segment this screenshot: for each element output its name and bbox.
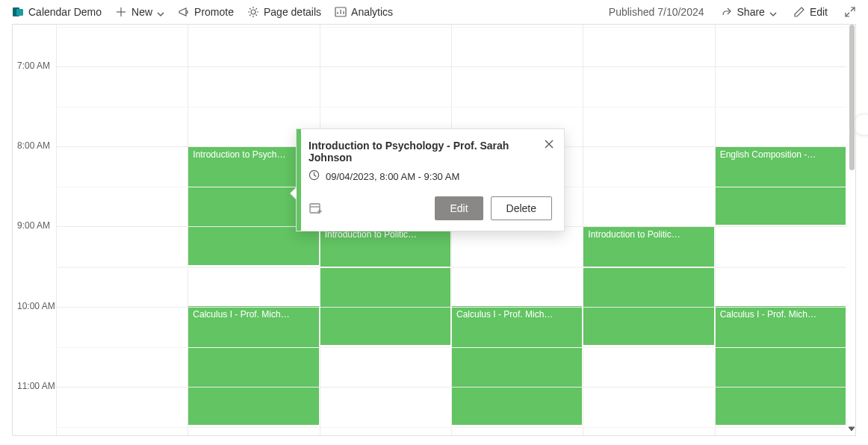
page-title: Calendar Demo [28, 6, 102, 18]
published-status: Published 7/10/2024 [603, 3, 710, 21]
time-hour-label: 8:00 AM [17, 140, 58, 151]
new-button[interactable]: New [109, 3, 170, 21]
chevron-down-icon [157, 8, 164, 16]
pencil-icon [793, 6, 805, 18]
calendar-event[interactable]: Calculus I - Prof. Mich… [716, 306, 846, 425]
popup-time-text: 09/04/2023, 8:00 AM - 9:30 AM [326, 171, 459, 182]
halfhour-gridline [56, 347, 846, 348]
calendar-frame: Introduction to Psych…Calculus I - Prof.… [12, 24, 856, 436]
analytics-button[interactable]: Analytics [329, 3, 399, 21]
popup-event-time: 09/04/2023, 8:00 AM - 9:30 AM [309, 169, 552, 183]
halfhour-gridline [56, 427, 846, 428]
plus-icon [115, 6, 127, 18]
svg-point-4 [251, 10, 255, 14]
day-column[interactable]: Introduction to Politic… [583, 25, 714, 435]
calendar-event[interactable]: English Composition -… [716, 146, 846, 225]
popup-event-title: Introduction to Psychology - Prof. Sarah… [309, 140, 552, 164]
promote-label: Promote [194, 6, 234, 18]
time-hour-label: 10:00 AM [17, 301, 58, 311]
event-details-popup: Introduction to Psychology - Prof. Sarah… [296, 128, 565, 231]
svg-line-10 [846, 13, 849, 16]
megaphone-icon [178, 6, 190, 18]
clock-icon [309, 169, 320, 183]
bar-chart-icon [335, 6, 347, 18]
new-label: New [131, 6, 152, 18]
popup-edit-button[interactable]: Edit [435, 196, 483, 220]
edit-label: Edit [810, 6, 828, 18]
calendar-event[interactable]: Introduction to Politic… [583, 226, 713, 345]
app-brand-icon [12, 6, 24, 18]
share-button[interactable]: Share [715, 3, 783, 21]
analytics-label: Analytics [351, 6, 393, 18]
expand-icon [844, 6, 856, 18]
day-column[interactable]: English Composition -…Calculus I - Prof.… [715, 25, 846, 435]
hour-gridline [56, 66, 846, 67]
top-toolbar: Calendar Demo New Promote Page details [0, 0, 868, 24]
share-icon [721, 6, 733, 18]
halfhour-gridline [56, 27, 846, 28]
day-column[interactable] [56, 25, 187, 435]
hour-gridline [56, 387, 846, 388]
edit-button[interactable]: Edit [787, 3, 834, 21]
calendar-event[interactable]: Introduction to Politic… [320, 226, 450, 345]
time-hour-label: 9:00 AM [17, 220, 58, 231]
page-details-label: Page details [264, 6, 321, 18]
gear-icon [247, 6, 259, 18]
hour-gridline [56, 307, 846, 308]
vertical-scrollbar[interactable] [848, 25, 855, 423]
popup-pointer [291, 187, 297, 199]
add-to-calendar-icon[interactable] [309, 202, 322, 215]
popup-accent-bar [297, 129, 301, 231]
halfhour-gridline [56, 267, 846, 268]
svg-rect-1 [16, 9, 23, 16]
expand-button[interactable] [838, 3, 862, 21]
promote-button[interactable]: Promote [172, 3, 240, 21]
time-hour-label: 7:00 AM [17, 60, 58, 71]
popup-delete-button[interactable]: Delete [491, 196, 552, 220]
halfhour-gridline [56, 107, 846, 108]
svg-marker-11 [849, 427, 855, 431]
chevron-down-icon [769, 8, 777, 16]
scrollbar-thumb[interactable] [849, 25, 855, 170]
share-label: Share [737, 6, 765, 18]
time-hour-label: 11:00 AM [17, 381, 58, 391]
brand-title[interactable]: Calendar Demo [6, 3, 108, 21]
popup-close-button[interactable] [540, 135, 558, 153]
scroll-down-button[interactable] [846, 423, 856, 434]
calendar-event[interactable]: Calculus I - Prof. Mich… [188, 306, 318, 425]
page-details-button[interactable]: Page details [241, 3, 327, 21]
svg-line-9 [851, 7, 855, 11]
calendar-event[interactable]: Calculus I - Prof. Mich… [452, 306, 582, 425]
